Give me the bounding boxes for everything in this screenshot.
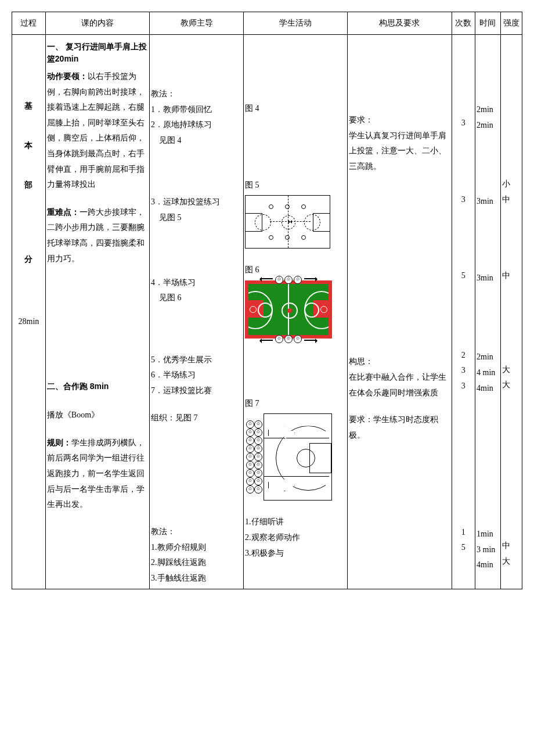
count-3: 5 — [453, 268, 474, 284]
method-label: 教法： — [151, 87, 242, 102]
time-1b: 2min — [477, 118, 499, 134]
intensity-9: 大 — [502, 554, 521, 570]
think-block: 构思： 在比赛中融入合作，让学生在体会乐趣同时增强素质 — [349, 354, 450, 401]
count-cell: 3 3 5 2 3 3 1 5 — [452, 35, 475, 589]
header-count: 次数 — [452, 12, 475, 35]
method2-label: 教法： — [151, 524, 242, 540]
rule-label: 规则： — [47, 438, 71, 447]
time-4: 2min — [477, 350, 499, 365]
time-6: 4min — [477, 381, 499, 397]
student-cell: 图 4 图 5 图 6 — [244, 35, 348, 589]
header-time: 时间 — [475, 12, 501, 35]
action-text: 以右手投篮为例，右脚向前跨出时接球，接着迅速上左脚起跳，右腿屈膝上抬，同时举球至… — [47, 72, 145, 189]
method-4: 4．半场练习 — [151, 275, 242, 291]
think-label: 构思： — [349, 354, 450, 370]
figure-7-diagram: ☺☺ ☺☺ ☺☺ ☺☺ ☺☺ ☺☺ ☺☺ ☺☺ ☺☺ — [245, 413, 332, 501]
process-char-3: 部 — [13, 180, 44, 190]
lesson-plan-table: 过程 课的内容 教师主导 学生活动 构思及要求 次数 时间 强度 基 本 部 分… — [12, 12, 522, 589]
section-2-title: 二、合作跑 8min — [47, 380, 148, 393]
intensity-2a: 小 — [502, 177, 521, 192]
method-7: 7．运球投篮比赛 — [151, 383, 242, 399]
time-3: 3min — [477, 271, 499, 286]
header-student: 学生活动 — [244, 12, 348, 35]
process-char-2: 本 — [13, 141, 44, 151]
think-text: 在比赛中融入合作，让学生在体会乐趣同时增强素质 — [349, 370, 450, 401]
process-char-1: 基 — [13, 101, 44, 111]
teacher-cell: 教法： 1．教师带领回忆 2．原地持球练习 见图 4 3．运球加投篮练习 见图 … — [150, 35, 244, 589]
method-4-ref: 见图 6 — [151, 290, 242, 306]
method-3-ref: 见图 5 — [151, 210, 242, 226]
count-6: 3 — [453, 379, 474, 394]
count-1: 3 — [453, 116, 474, 131]
section-1-title: 一、 复习行进间单手肩上投篮20min — [47, 41, 148, 65]
header-process: 过程 — [12, 12, 46, 35]
music-line: 播放《Boom》 — [47, 408, 148, 423]
header-teacher: 教师主导 — [150, 12, 244, 35]
time-7: 1min — [477, 527, 499, 542]
req-text: 学生认真复习行进间单手肩上投篮，注意一大、二小、三高跳。 — [349, 128, 450, 175]
time-8: 3 min — [477, 542, 499, 558]
count-4: 2 — [453, 348, 474, 363]
intensity-5: 大 — [502, 362, 521, 378]
action-label: 动作要领： — [47, 71, 88, 81]
figure-4-label: 图 4 — [245, 101, 346, 117]
idea-cell: 要求： 学生认真复习行进间单手肩上投篮，注意一大、二小、三高跳。 构思： 在比赛… — [348, 35, 452, 589]
header-idea: 构思及要求 — [348, 12, 452, 35]
teach-step-2: 2.脚踩线往返跑 — [151, 555, 242, 571]
figure-7-label: 图 7 — [245, 396, 346, 412]
method-2-ref: 见图 4 — [151, 133, 242, 149]
student-step-3: 3.积极参与 — [245, 546, 346, 561]
count-5: 3 — [453, 363, 474, 379]
count-2: 3 — [453, 192, 474, 208]
time-1a: 2min — [477, 102, 499, 118]
student-step-1: 1.仔细听讲 — [245, 514, 346, 530]
time-9: 4min — [477, 557, 499, 573]
process-char-4: 分 — [13, 254, 44, 265]
intensity-2b: 中 — [502, 192, 521, 208]
count-8: 5 — [453, 540, 474, 556]
process-cell: 基 本 部 分 28min — [12, 35, 46, 589]
rule-text: 学生排成两列横队，前后两名同学为一组进行往返跑接力，前一名学生返回后与后一名学生… — [47, 438, 145, 509]
header-content: 课的内容 — [45, 12, 149, 35]
method-6: 6．半场练习 — [151, 368, 242, 383]
req-block: 要求： 学生认真复习行进间单手肩上投篮，注意一大、二小、三高跳。 — [349, 113, 450, 174]
intensity-6: 大 — [502, 377, 521, 393]
difficulty-label: 重难点： — [47, 207, 80, 217]
method-2: 2．原地持球练习 — [151, 117, 242, 133]
rule-block: 规则：学生排成两列横队，前后两名同学为一组进行往返跑接力，前一名学生返回后与后一… — [47, 435, 148, 513]
body-row: 基 本 部 分 28min 一、 复习行进间单手肩上投篮20min 动作要领：以… — [12, 35, 522, 589]
intensity-8: 中 — [502, 538, 521, 554]
header-row: 过程 课的内容 教师主导 学生活动 构思及要求 次数 时间 强度 — [12, 12, 522, 35]
time-5: 4 min — [477, 365, 499, 381]
figure-6-diagram: ☺ ☺ ☺ ☺ ☺ ☺ — [245, 280, 332, 339]
teach-step-1: 1.教师介绍规则 — [151, 540, 242, 556]
time-2: 3min — [477, 194, 499, 210]
student-step-2: 2.观察老师动作 — [245, 530, 346, 546]
action-block: 动作要领：以右手投篮为例，右脚向前跨出时接球，接着迅速上左脚起跳，右腿屈膝上抬，… — [47, 69, 148, 193]
intensity-cell: 小 中 中 大 大 中 大 — [500, 35, 522, 589]
req-label: 要求： — [349, 113, 450, 128]
content-cell: 一、 复习行进间单手肩上投篮20min 动作要领：以右手投篮为例，右脚向前跨出时… — [45, 35, 149, 589]
difficulty-block: 重难点：一跨大步接球牢，二跨小步用力跳，三要翻腕托球举球高，四要指腕柔和用力巧。 — [47, 204, 148, 267]
method-3: 3．运球加投篮练习 — [151, 195, 242, 210]
header-intensity: 强度 — [500, 12, 522, 35]
teach-step-3: 3.手触线往返跑 — [151, 571, 242, 586]
intensity-3: 中 — [502, 268, 521, 284]
req2-block: 要求：学生练习时态度积极。 — [349, 412, 450, 443]
figure-5-diagram — [245, 195, 330, 249]
method-1: 1．教师带领回忆 — [151, 102, 242, 118]
org-line: 组织：见图 7 — [151, 411, 242, 426]
method-5: 5．优秀学生展示 — [151, 352, 242, 368]
count-7: 1 — [453, 525, 474, 541]
process-duration: 28min — [13, 317, 44, 326]
time-cell: 2min 2min 3min 3min 2min 4 min 4min 1min… — [475, 35, 501, 589]
figure-5-label: 图 5 — [245, 178, 346, 193]
req2-label: 要求： — [349, 415, 373, 424]
